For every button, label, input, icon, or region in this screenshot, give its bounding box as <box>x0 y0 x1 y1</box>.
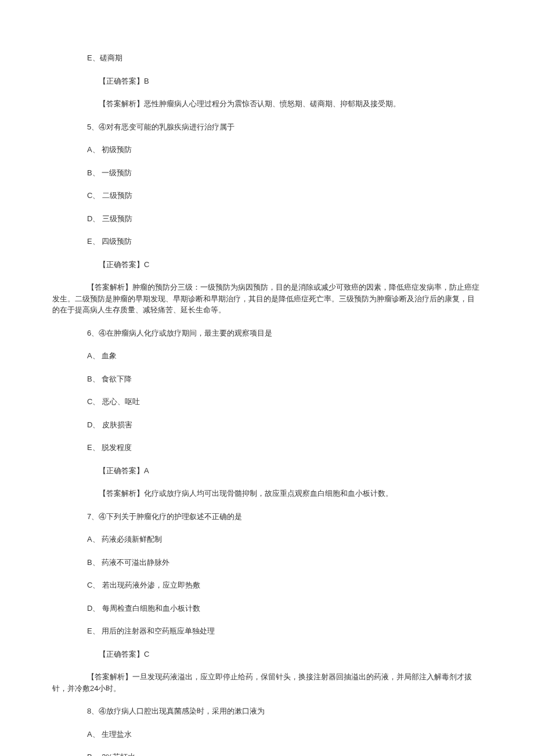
text-line: C、 恶心、呕吐 <box>52 396 482 408</box>
text-line: 【答案解析】一旦发现药液溢出，应立即停止给药，保留针头，换接注射器回抽溢出的药液… <box>52 671 482 694</box>
text-line: B、 3%苏打水 <box>52 751 482 756</box>
text-line: E、磋商期 <box>52 52 482 64</box>
text-line: D、 三级预防 <box>52 213 482 225</box>
text-line: E、 用后的注射器和空药瓶应单独处理 <box>52 625 482 637</box>
text-line: 6、④在肿瘤病人化疗或放疗期间，最主要的观察项目是 <box>52 327 482 339</box>
text-line: A、 生理盐水 <box>52 729 482 740</box>
text-line: 【正确答案】C <box>52 259 482 271</box>
text-line: E、 四级预防 <box>52 236 482 247</box>
text-line: D、 每周检查白细胞和血小板计数 <box>52 603 482 614</box>
text-line: 5、④对有恶变可能的乳腺疾病进行治疗属于 <box>52 121 482 133</box>
text-line: 8、④放疗病人口腔出现真菌感染时，采用的漱口液为 <box>52 705 482 717</box>
text-line: 【正确答案】A <box>52 465 482 477</box>
text-line: 【答案解析】肿瘤的预防分三级：一级预防为病因预防，目的是消除或减少可致癌的因素，… <box>52 282 482 316</box>
text-line: A、 初级预防 <box>52 144 482 156</box>
text-line: B、 药液不可溢出静脉外 <box>52 557 482 568</box>
text-line: C、 若出现药液外渗，应立即热敷 <box>52 579 482 591</box>
text-line: B、 一级预防 <box>52 167 482 179</box>
text-line: 7、④下列关于肿瘤化疗的护理叙述不正确的是 <box>52 511 482 523</box>
document-page: E、磋商期【正确答案】B【答案解析】恶性肿瘤病人心理过程分为震惊否认期、愤怒期、… <box>0 0 534 756</box>
text-line: 【正确答案】C <box>52 649 482 660</box>
text-line: D、 皮肤损害 <box>52 419 482 431</box>
text-line: B、 食欲下降 <box>52 373 482 385</box>
text-line: A、 药液必须新鲜配制 <box>52 534 482 545</box>
text-line: 【答案解析】化疗或放疗病人均可出现骨髓抑制，故应重点观察血白细胞和血小板计数。 <box>52 488 482 499</box>
text-line: C、 二级预防 <box>52 190 482 201</box>
text-line: 【正确答案】B <box>52 75 482 87</box>
text-line: E、 脱发程度 <box>52 442 482 453</box>
text-line: A、 血象 <box>52 350 482 362</box>
text-line: 【答案解析】恶性肿瘤病人心理过程分为震惊否认期、愤怒期、磋商期、抑郁期及接受期。 <box>52 98 482 110</box>
